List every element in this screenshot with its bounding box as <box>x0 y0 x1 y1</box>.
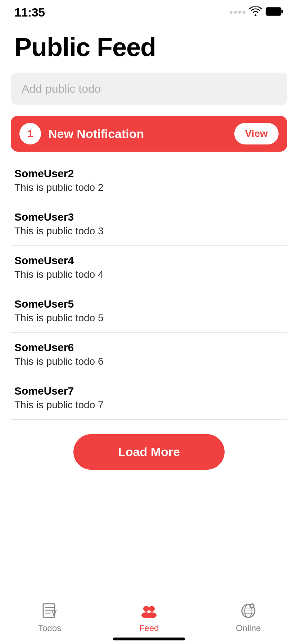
feed-username: SomeUser7 <box>14 385 284 397</box>
feed-username: SomeUser2 <box>14 167 284 180</box>
notification-banner: 1 New Notification View <box>11 116 287 152</box>
todos-icon <box>40 602 59 620</box>
feed-username: SomeUser6 <box>14 341 284 354</box>
search-container <box>0 73 298 116</box>
feed-item[interactable]: SomeUser2This is public todo 2 <box>11 159 287 202</box>
svg-point-9 <box>147 612 157 618</box>
signal-icon <box>230 11 245 14</box>
feed-todo-text: This is public todo 4 <box>14 269 284 280</box>
feed-list: SomeUser2This is public todo 2SomeUser3T… <box>0 159 298 420</box>
feed-todo-text: This is public todo 7 <box>14 399 284 411</box>
feed-item[interactable]: SomeUser4This is public todo 4 <box>11 246 287 289</box>
tab-online[interactable]: Online <box>199 602 298 633</box>
tab-online-label: Online <box>236 623 261 633</box>
wifi-icon <box>249 6 262 18</box>
feed-username: SomeUser5 <box>14 298 284 310</box>
tab-bar: Todos Feed Online <box>0 594 298 644</box>
feed-todo-text: This is public todo 2 <box>14 182 284 193</box>
svg-rect-1 <box>281 10 283 13</box>
feed-username: SomeUser4 <box>14 254 284 267</box>
feed-icon <box>140 602 158 620</box>
online-icon <box>239 602 258 620</box>
page-title: Public Feed <box>0 22 298 73</box>
tab-feed[interactable]: Feed <box>99 602 199 633</box>
feed-username: SomeUser3 <box>14 211 284 223</box>
tab-todos[interactable]: Todos <box>0 602 99 633</box>
feed-item[interactable]: SomeUser7This is public todo 7 <box>11 376 287 420</box>
battery-icon <box>266 7 284 18</box>
svg-point-6 <box>143 606 149 612</box>
feed-item[interactable]: SomeUser6This is public todo 6 <box>11 333 287 376</box>
load-more-button[interactable]: Load More <box>73 434 225 470</box>
status-bar: 11:35 <box>0 0 298 22</box>
notification-badge: 1 <box>19 123 41 144</box>
add-todo-input[interactable] <box>11 73 287 105</box>
status-icons <box>230 6 284 18</box>
notification-view-button[interactable]: View <box>234 123 279 144</box>
svg-point-7 <box>149 606 155 612</box>
tab-feed-label: Feed <box>139 623 159 633</box>
home-indicator <box>113 638 185 640</box>
svg-point-17 <box>251 605 253 607</box>
feed-todo-text: This is public todo 5 <box>14 312 284 324</box>
tab-todos-label: Todos <box>38 623 61 633</box>
svg-rect-0 <box>266 8 281 15</box>
feed-todo-text: This is public todo 3 <box>14 225 284 237</box>
notification-text: New Notification <box>48 127 227 141</box>
feed-item[interactable]: SomeUser3This is public todo 3 <box>11 202 287 246</box>
feed-todo-text: This is public todo 6 <box>14 356 284 367</box>
status-time: 11:35 <box>14 5 45 19</box>
feed-item[interactable]: SomeUser5This is public todo 5 <box>11 289 287 333</box>
load-more-container: Load More <box>0 420 298 484</box>
